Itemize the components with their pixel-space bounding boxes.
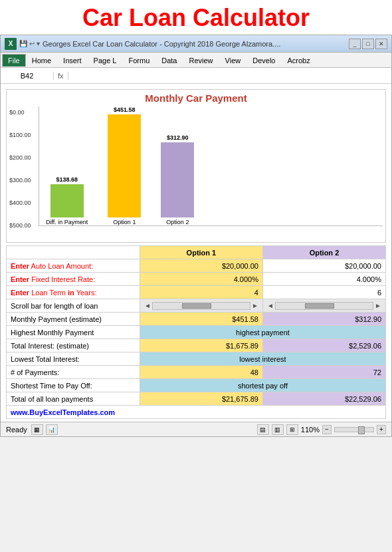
website-link[interactable]: www.BuyExcelTemplates.com xyxy=(7,406,386,419)
tab-file[interactable]: File xyxy=(2,54,26,67)
layout-view-icon[interactable]: ▥ xyxy=(272,424,284,435)
tab-home[interactable]: Home xyxy=(26,54,57,67)
maximize-button[interactable]: □ xyxy=(362,39,374,49)
title-bar-text: Georges Excel Car Loan Calculator - Copy… xyxy=(43,40,280,48)
scroll-right-icon[interactable]: ► xyxy=(252,302,258,309)
tab-developer[interactable]: Develo xyxy=(246,54,281,67)
excel-window: X 💾 ↩ ▾ Georges Excel Car Loan Calculato… xyxy=(0,35,392,437)
status-ready: Ready xyxy=(6,426,27,434)
table-row: Total Interest: (estimate) $1,675.89 $2,… xyxy=(7,339,386,352)
opt1-interest-rate[interactable]: 4.000% xyxy=(140,273,262,286)
tab-formulas[interactable]: Formu xyxy=(122,54,155,67)
label-total-interest: Total Interest: (estimate) xyxy=(7,339,140,352)
y-axis-label: $200.00 xyxy=(9,154,36,161)
table-row: # of Payments: 48 72 xyxy=(7,366,386,379)
main-content: Monthly Car Payment $500.00 $400.00 $300… xyxy=(1,84,391,422)
header-opt1: Option 1 xyxy=(140,246,262,259)
header-opt2: Option 2 xyxy=(262,246,385,259)
opt1-loan-term[interactable]: 4 xyxy=(140,286,262,299)
highest-payment-value: highest payment xyxy=(140,326,385,339)
chart-area: Monthly Car Payment $500.00 $400.00 $300… xyxy=(6,89,386,243)
opt1-monthly-payment: $451.58 xyxy=(140,313,262,326)
opt2-interest-rate[interactable]: 4.000% xyxy=(262,273,385,286)
normal-view-icon[interactable]: ▤ xyxy=(257,424,269,435)
label-lowest-interest: Lowest Total Interest: xyxy=(7,352,140,366)
status-icon-2[interactable]: 📊 xyxy=(46,424,58,435)
opt2-loan-amount[interactable]: $20,000.00 xyxy=(262,259,385,273)
table-row: www.BuyExcelTemplates.com xyxy=(7,406,386,419)
table-row: Enter Loan Term in Years: 4 6 xyxy=(7,286,386,299)
title-bar: X 💾 ↩ ▾ Georges Excel Car Loan Calculato… xyxy=(1,35,391,53)
label-loan-amount: Enter Auto Loan Amount: xyxy=(7,259,140,273)
save-quick-btn[interactable]: 💾 xyxy=(19,40,27,47)
view-icons: ▤ ▥ ⊞ xyxy=(257,424,298,435)
shortest-payoff-value: shortest pay off xyxy=(140,379,385,392)
y-axis-label: $100.00 xyxy=(9,132,36,138)
table-row: Monthly Payment (estimate) $451.58 $312.… xyxy=(7,313,386,326)
label-monthly-payment: Monthly Payment (estimate) xyxy=(7,313,140,326)
scroll-track-opt1[interactable] xyxy=(152,302,250,310)
label-scrollbar: Scroll bar for length of loan xyxy=(7,299,140,313)
bar-diff: $138.68 Diff. in Payment xyxy=(46,106,88,225)
scroll-left-icon-2[interactable]: ◄ xyxy=(267,302,274,309)
label-total-payments: Total of all loan payments xyxy=(7,392,140,406)
opt2-num-payments: 72 xyxy=(262,366,385,379)
bar-opt2-value: $312.90 xyxy=(167,134,189,141)
minimize-button[interactable]: _ xyxy=(349,39,361,49)
undo-quick-btn[interactable]: ↩ xyxy=(29,40,35,47)
page-break-icon[interactable]: ⊞ xyxy=(286,424,298,435)
quick-access: 💾 ↩ ▾ xyxy=(19,40,40,47)
lowest-interest-value: lowest interest xyxy=(140,352,385,366)
y-axis-label: $400.00 xyxy=(9,200,36,206)
scroll-track-opt2[interactable] xyxy=(275,302,373,310)
tab-insert[interactable]: Insert xyxy=(57,54,88,67)
opt1-num-payments: 48 xyxy=(140,366,262,379)
scroll-opt2[interactable]: ◄ ► xyxy=(262,299,385,313)
opt2-loan-term[interactable]: 6 xyxy=(262,286,385,299)
bar-opt1: $451.58 Option 1 xyxy=(108,106,141,225)
chart-bars-area: $138.68 Diff. in Payment $451.58 Option … xyxy=(39,106,383,226)
table-row: Shortest Time to Pay Off: shortest pay o… xyxy=(7,379,386,392)
formula-bar: B42 fx xyxy=(1,68,391,84)
close-button[interactable]: ✕ xyxy=(375,39,387,49)
bar-opt1-value: $451.58 xyxy=(114,106,136,113)
tab-review[interactable]: Review xyxy=(183,54,219,67)
bar-opt2-rect xyxy=(161,142,194,217)
scroll-opt1[interactable]: ◄ ► xyxy=(140,299,262,313)
fx-icon: fx xyxy=(54,72,68,80)
bar-opt1-rect xyxy=(108,114,141,217)
y-axis-label: $0.00 xyxy=(9,109,36,116)
status-icon-1[interactable]: ▦ xyxy=(31,424,43,435)
status-right: ▤ ▥ ⊞ 110% − + xyxy=(257,424,386,435)
cell-reference[interactable]: B42 xyxy=(1,72,54,80)
zoom-slider[interactable] xyxy=(334,427,374,432)
zoom-in-button[interactable]: + xyxy=(377,425,386,434)
ribbon-tabs: File Home Insert Page L Formu Data Revie… xyxy=(1,53,391,67)
dropdown-quick-btn[interactable]: ▾ xyxy=(37,40,40,47)
status-icons: ▦ 📊 xyxy=(31,424,58,435)
bar-opt1-label: Option 1 xyxy=(113,219,136,225)
tab-data[interactable]: Data xyxy=(155,54,183,67)
table-row: Total of all loan payments $21,675.89 $2… xyxy=(7,392,386,406)
table-row: Enter Auto Loan Amount: $20,000.00 $20,0… xyxy=(7,259,386,273)
window-controls: _ □ ✕ xyxy=(349,39,387,49)
tab-pagelayout[interactable]: Page L xyxy=(88,54,123,67)
opt1-loan-amount[interactable]: $20,000.00 xyxy=(140,259,262,273)
table-row: Scroll bar for length of loan ◄ ► ◄ ► xyxy=(7,299,386,313)
label-num-payments: # of Payments: xyxy=(7,366,140,379)
tab-acrobat[interactable]: Acrobz xyxy=(281,54,316,67)
label-interest-rate: Enter Fixed Interest Rate: xyxy=(7,273,140,286)
chart-y-axis: $500.00 $400.00 $300.00 $200.00 $100.00 … xyxy=(9,109,39,229)
header-empty xyxy=(7,246,140,259)
scroll-right-icon-2[interactable]: ► xyxy=(375,302,381,309)
chart-title: Monthly Car Payment xyxy=(9,92,383,104)
excel-icon: X xyxy=(5,38,17,50)
tab-view[interactable]: View xyxy=(219,54,247,67)
table-row: Lowest Total Interest: lowest interest xyxy=(7,352,386,366)
zoom-out-button[interactable]: − xyxy=(322,425,332,434)
ribbon: File Home Insert Page L Formu Data Revie… xyxy=(1,53,391,68)
label-highest-payment: Highest Monthly Payment xyxy=(7,326,140,339)
page-title: Car Loan Calculator xyxy=(0,0,392,35)
scroll-left-icon[interactable]: ◄ xyxy=(144,302,151,309)
y-axis-label: $300.00 xyxy=(9,177,36,184)
